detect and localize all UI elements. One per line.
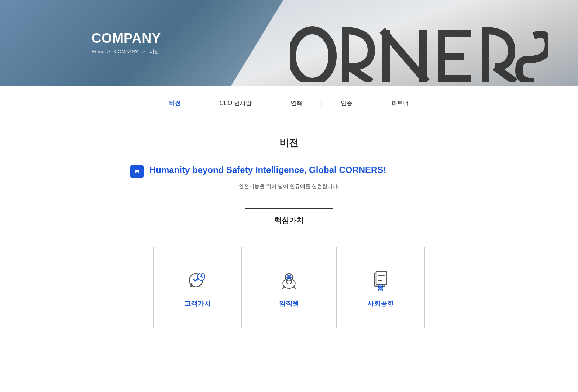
svg-point-17 [200,276,202,277]
card-customer-label: 고객가치 [184,299,211,308]
vision-headline: Humanity beyond Safety Intelligence, Glo… [149,164,386,176]
svg-line-12 [495,67,515,82]
card-customer[interactable]: 고객가치 [153,247,242,328]
section-title: 비전 [130,136,448,149]
tab-history[interactable]: 연혁 [272,97,321,110]
tab-ceo[interactable]: CEO 인사말 [201,97,270,110]
breadcrumb-home[interactable]: Home [92,49,104,54]
tab-certification[interactable]: 인증 [322,97,371,110]
value-cards-row: 고객가치 [130,247,448,328]
svg-point-20 [288,277,290,278]
svg-rect-10 [438,75,471,82]
tab-partner[interactable]: 파트너 [373,97,427,110]
svg-rect-9 [438,53,464,60]
social-icon [368,267,393,293]
svg-rect-8 [438,30,471,37]
card-employee-label: 임직원 [279,299,299,308]
svg-point-27 [379,286,382,288]
vision-sub: 안전지능을 뛰어 넘어 인류에를 실현합니다. [130,183,448,190]
svg-rect-11 [482,30,489,82]
core-values-button[interactable]: 핵심가치 [245,208,333,232]
card-social-label: 사회공헌 [367,299,394,308]
hero-banner: COMPANY Home > COMPANY > 비전 [0,0,578,86]
nav-tabs: 비전 | CEO 인사말 | 연혁 | 인증 | 파트너 [0,86,578,118]
breadcrumb: Home > COMPANY > 비전 [92,48,161,55]
vision-block: Humanity beyond Safety Intelligence, Glo… [130,164,448,178]
breadcrumb-current: 비전 [149,49,159,54]
page-title: COMPANY [92,31,161,46]
tab-vision[interactable]: 비전 [151,97,199,110]
quote-icon [130,165,144,178]
quotemark-icon [133,168,141,175]
main-content: 비전 Humanity beyond Safety Intelligence, … [123,118,455,347]
card-employee[interactable]: 임직원 [245,247,333,328]
customer-icon [185,267,210,293]
card-social[interactable]: 사회공헌 [336,247,425,328]
hero-text-block: COMPANY Home > COMPANY > 비전 [92,31,161,55]
employee-icon [276,267,302,293]
svg-rect-2 [342,30,349,82]
breadcrumb-company: COMPANY [114,49,138,54]
svg-point-1 [292,30,333,82]
